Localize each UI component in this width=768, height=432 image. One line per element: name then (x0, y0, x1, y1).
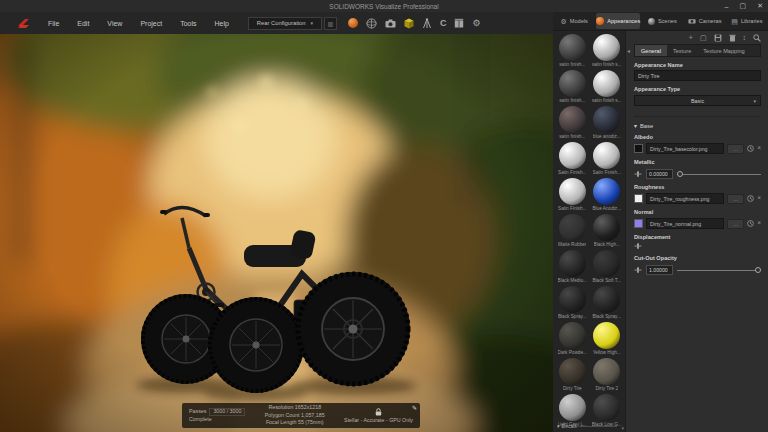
normal-file-input[interactable]: Dirty_Tire_normal.png (646, 218, 724, 229)
normal-color-swatch[interactable] (634, 219, 643, 228)
property-tabs: General Texture Texture Mapping (634, 44, 761, 57)
roughness-file-input[interactable]: Dirty_Tire_roughness.png (646, 193, 724, 204)
close-icon[interactable]: ✕ (757, 2, 763, 10)
metallic-value-input[interactable]: 0.00000 (646, 169, 673, 179)
albedo-color-swatch[interactable] (634, 144, 643, 153)
appearance-thumb[interactable]: Blue Anodiz... (591, 178, 624, 213)
roughness-label: Roughness (634, 184, 761, 190)
albedo-label: Albedo (634, 134, 761, 140)
render-settings-icon[interactable]: ⚙ (472, 19, 480, 28)
appearance-thumb[interactable]: blue anodiz... (591, 106, 624, 141)
appearance-thumb[interactable]: satin finish... (556, 106, 589, 141)
appearance-thumb[interactable]: Satin Finish... (556, 142, 589, 177)
appearance-thumb[interactable]: Black Spray... (591, 286, 624, 321)
wireframe-sphere-icon[interactable] (366, 18, 377, 29)
appearance-thumb[interactable]: satin finish... (556, 70, 589, 105)
metallic-slider[interactable] (677, 174, 761, 175)
edit-overlay-icon[interactable]: ✎ (412, 404, 417, 411)
roughness-color-swatch[interactable] (634, 194, 643, 203)
appearance-thumb[interactable]: Black Spray... (556, 286, 589, 321)
roughness-clear-icon[interactable]: × (757, 195, 761, 202)
normal-browse-button[interactable]: ... (727, 219, 744, 229)
tab-models-label: Models (570, 18, 588, 24)
package-icon[interactable] (454, 18, 464, 28)
appearance-name-input[interactable]: Dirty Tire (634, 70, 761, 81)
tab-cameras[interactable]: Cameras (684, 12, 726, 30)
app-window: SOLIDWORKS Visualize Professional – ▢ ✕ … (0, 0, 768, 432)
appearance-thumb[interactable]: satin finish s... (591, 34, 624, 69)
appearance-thumb[interactable]: Dirty Tire 2 (591, 358, 624, 393)
appearance-thumb[interactable]: Matte Rubber (556, 214, 589, 249)
appearance-properties-panel: ◂ + ▢ ↕ (625, 31, 768, 432)
viewport[interactable]: Passes 3000 / 3000 Complete Resolution 1… (0, 34, 553, 432)
roughness-browse-button[interactable]: ... (727, 194, 744, 204)
roughness-history-icon[interactable] (747, 195, 754, 202)
sort-icon[interactable]: ↕ (743, 34, 747, 41)
menu-file[interactable]: File (39, 20, 68, 27)
albedo-file-input[interactable]: Dirty_Tire_basecolor.png (646, 143, 724, 154)
appearance-sphere-icon (559, 286, 586, 313)
models-gear-icon: ⚙ (560, 18, 566, 25)
appearance-thumb[interactable]: Dirty Tire (556, 358, 589, 393)
duplicate-icon[interactable]: ▢ (700, 34, 707, 41)
restore-icon[interactable]: ▢ (740, 2, 747, 10)
appearance-thumb[interactable]: Yellow High... (591, 322, 624, 357)
render-mode-icon[interactable] (348, 18, 358, 28)
model-cube-icon[interactable] (404, 18, 414, 29)
appearance-thumb[interactable]: Black High... (591, 214, 624, 249)
tab-texture[interactable]: Texture (667, 45, 697, 56)
tab-scenes[interactable]: Scenes (641, 12, 683, 30)
cutout-slider-knob[interactable] (755, 267, 761, 273)
cutout-slider[interactable] (677, 270, 761, 271)
appearance-thumb[interactable]: Black Mediu... (556, 250, 589, 285)
appearance-thumb[interactable]: Satin Finish... (556, 178, 589, 213)
appearance-thumb[interactable]: satin finish... (556, 34, 589, 69)
camera-icon[interactable] (385, 19, 396, 28)
menu-project[interactable]: Project (131, 20, 171, 27)
tab-libraries[interactable]: ▤ Libraries (726, 12, 768, 30)
search-icon[interactable] (753, 34, 761, 42)
tripod-icon[interactable] (422, 18, 432, 29)
appearance-label: satin finish... (559, 62, 585, 67)
albedo-history-icon[interactable] (747, 145, 754, 152)
appearance-label: satin finish s... (592, 98, 622, 103)
scroll-down-icon[interactable]: ▾ (621, 425, 624, 431)
tab-general[interactable]: General (635, 45, 667, 56)
save-icon[interactable] (714, 34, 722, 42)
appearance-label: Dark Powde... (558, 350, 587, 355)
configuration-grid-button[interactable]: ▥ (324, 17, 337, 30)
menu-view[interactable]: View (98, 20, 131, 27)
appearance-sphere-icon (559, 250, 586, 277)
menu-edit[interactable]: Edit (68, 20, 98, 27)
turntable-icon[interactable]: C (440, 19, 447, 28)
base-section-header[interactable]: ▾ Base (634, 116, 761, 129)
cutout-value-input[interactable]: 1.00000 (646, 265, 673, 275)
appearance-sphere-icon (559, 70, 586, 97)
menu-help[interactable]: Help (206, 20, 238, 27)
appearance-thumb[interactable]: Black Soft T... (591, 250, 624, 285)
decals-section[interactable]: ▾ Decals (557, 423, 617, 429)
albedo-clear-icon[interactable]: × (757, 145, 761, 152)
configuration-dropdown[interactable]: Rear Configuration ▾ (248, 17, 322, 30)
tab-appearances[interactable]: Appearances (596, 13, 640, 29)
panel-collapse-icon[interactable]: ◂ (627, 47, 630, 54)
appearance-sphere-icon (559, 178, 586, 205)
displacement-fader-icon[interactable] (634, 242, 761, 250)
menu-tools[interactable]: Tools (171, 20, 205, 27)
metallic-slider-knob[interactable] (677, 171, 683, 177)
add-appearance-icon[interactable]: + (689, 34, 693, 41)
appearance-thumb[interactable]: satin finish s... (591, 70, 624, 105)
normal-history-icon[interactable] (747, 220, 754, 227)
appearance-thumb[interactable]: Satin Finish... (591, 142, 624, 177)
minimize-icon[interactable]: – (725, 3, 729, 10)
appearance-thumb[interactable]: Dark Powde... (556, 322, 589, 357)
normal-clear-icon[interactable]: × (757, 220, 761, 227)
albedo-browse-button[interactable]: ... (727, 144, 744, 154)
appearance-sphere-icon (593, 322, 620, 349)
tab-texture-mapping[interactable]: Texture Mapping (697, 45, 750, 56)
appearance-type-dropdown[interactable]: Basic ▾ (634, 95, 761, 106)
tab-models[interactable]: ⚙ Models (553, 12, 595, 30)
appearance-label: satin finish... (559, 134, 585, 139)
delete-icon[interactable] (729, 34, 736, 42)
tab-appearances-label: Appearances (607, 18, 640, 24)
